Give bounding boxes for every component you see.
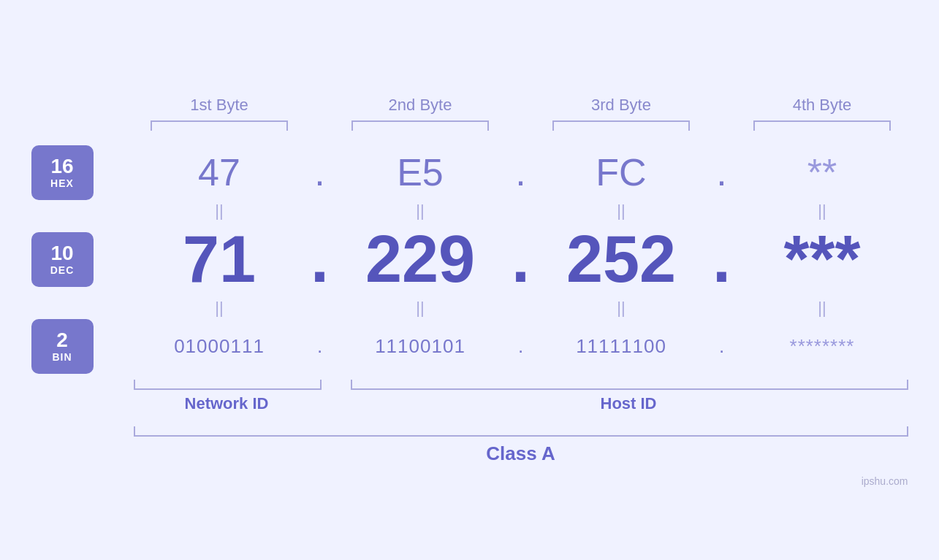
- class-section: Class A: [134, 426, 908, 465]
- eq-1-dec-bin: ||: [134, 297, 305, 319]
- dec-val-1: 71: [134, 222, 305, 297]
- bin-dot-3: .: [707, 335, 737, 358]
- hex-val-2: E5: [335, 150, 506, 194]
- hex-val-3: FC: [536, 150, 707, 194]
- dec-badge: 10 DEC: [31, 232, 94, 287]
- dec-dot-3: .: [707, 222, 737, 297]
- eq-2-hex-dec: ||: [335, 200, 506, 222]
- eq-4-hex-dec: ||: [737, 200, 908, 222]
- dec-dot-1: .: [305, 222, 335, 297]
- dec-val-3: 252: [536, 222, 707, 297]
- hex-dot-1: .: [305, 150, 335, 194]
- eq-1-hex-dec: ||: [134, 200, 305, 222]
- host-id-label: Host ID: [349, 394, 908, 413]
- bin-badge: 2 BIN: [31, 319, 94, 374]
- bracket-top-2: [335, 120, 506, 131]
- hex-badge-label: HEX: [50, 177, 74, 189]
- bottom-section: Network ID Host ID Class A ipshu.com: [134, 380, 908, 465]
- dec-val-2: 229: [335, 222, 506, 297]
- bin-badge-label: BIN: [52, 351, 72, 363]
- dec-dot-2: .: [506, 222, 536, 297]
- bracket-top-4: [737, 120, 908, 131]
- byte-header-4: 4th Byte: [737, 96, 908, 115]
- bin-dot-2: .: [506, 335, 536, 358]
- hex-val-1: 47: [134, 150, 305, 194]
- bin-badge-num: 2: [56, 329, 68, 352]
- bin-val-3: 11111100: [536, 335, 707, 358]
- bin-val-2: 11100101: [335, 335, 506, 358]
- byte-header-3: 3rd Byte: [536, 96, 707, 115]
- byte-header-dot-2: [506, 96, 536, 115]
- bin-val-4: ********: [737, 335, 908, 358]
- class-label: Class A: [134, 442, 908, 465]
- hex-badge: 16 HEX: [31, 145, 94, 200]
- hex-val-4: **: [737, 150, 908, 194]
- watermark: ipshu.com: [862, 475, 908, 487]
- bracket-top-1: [134, 120, 305, 131]
- eq-4-dec-bin: ||: [737, 297, 908, 319]
- hex-dot-3: .: [707, 150, 737, 194]
- eq-2-dec-bin: ||: [335, 297, 506, 319]
- class-bracket: [134, 426, 908, 437]
- byte-header-dot-1: [305, 96, 335, 115]
- byte-header-2: 2nd Byte: [335, 96, 506, 115]
- dec-badge-num: 10: [50, 242, 73, 265]
- byte-header-1: 1st Byte: [134, 96, 305, 115]
- dec-badge-label: DEC: [50, 264, 75, 276]
- bin-dot-1: .: [305, 335, 335, 358]
- hex-badge-num: 16: [50, 156, 73, 178]
- bin-val-1: 01000111: [134, 335, 305, 358]
- eq-3-dec-bin: ||: [536, 297, 707, 319]
- network-id-label: Network ID: [134, 394, 320, 413]
- dec-val-4: ***: [737, 222, 908, 297]
- hex-dot-2: .: [506, 150, 536, 194]
- byte-header-dot-3: [707, 96, 737, 115]
- eq-3-hex-dec: ||: [536, 200, 707, 222]
- bracket-top-3: [536, 120, 707, 131]
